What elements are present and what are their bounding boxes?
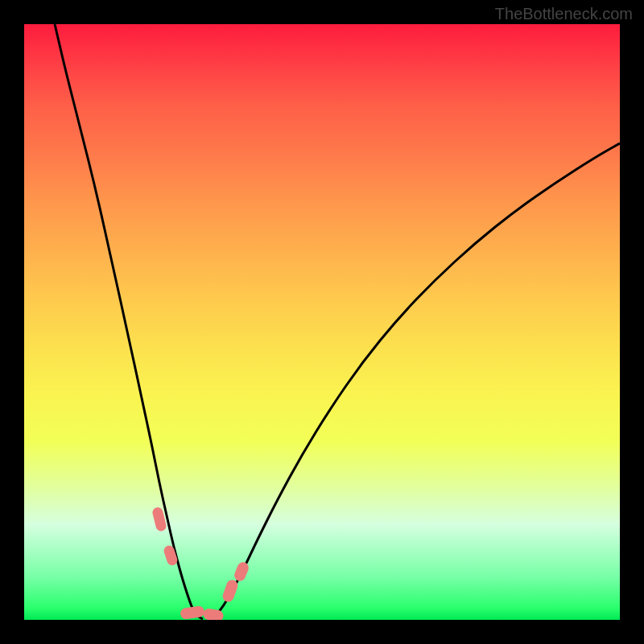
right-curve	[209, 143, 620, 619]
marker-point	[233, 560, 250, 582]
watermark-text: TheBottleneck.com	[495, 5, 633, 23]
left-curve	[55, 24, 203, 619]
chart-svg	[24, 24, 620, 620]
bottleneck-chart	[24, 24, 620, 620]
markers-group	[151, 506, 250, 620]
